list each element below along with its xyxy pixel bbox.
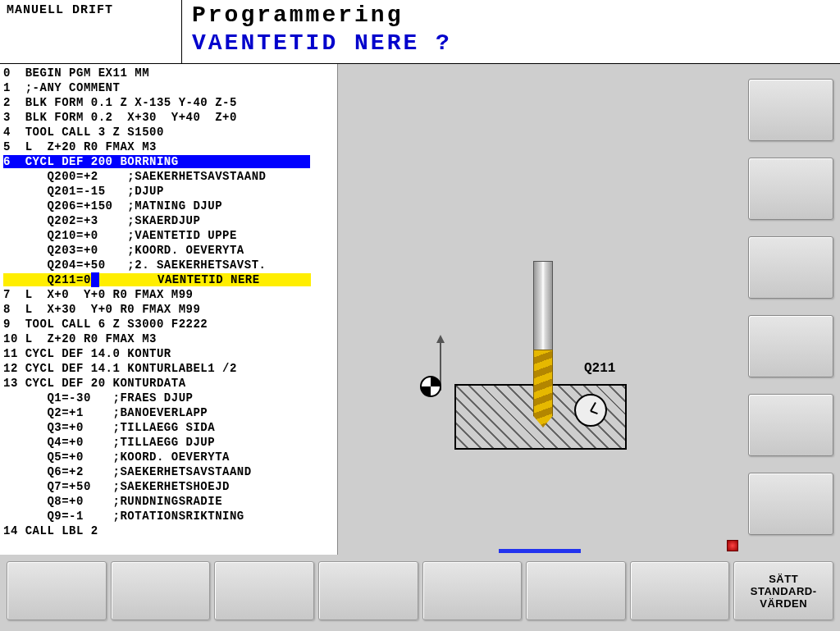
- program-line[interactable]: 5 L Z+20 R0 FMAX M3: [3, 139, 334, 154]
- program-line[interactable]: Q9=-1 ;ROTATIONSRIKTNING: [3, 509, 334, 524]
- parameter-prompt: VAENTETID NERE ?: [192, 30, 830, 57]
- header-bar: MANUELL DRIFT Programmering VAENTETID NE…: [0, 0, 840, 64]
- program-line[interactable]: Q206=+150 ;MATNING DJUP: [3, 199, 334, 213]
- side-softkey-1[interactable]: [748, 79, 833, 141]
- program-line[interactable]: 1 ;-ANY COMMENT: [3, 80, 334, 95]
- program-line[interactable]: 2 BLK FORM 0.1 Z X-135 Y-40 Z-5: [3, 95, 334, 110]
- title-area: Programmering VAENTETID NERE ?: [182, 0, 840, 63]
- screen-title: Programmering: [192, 2, 830, 30]
- dwell-clock-icon: [574, 394, 607, 427]
- program-line[interactable]: Q204=+50 ;2. SAEKERHETSAVST.: [3, 258, 334, 272]
- softkey-7[interactable]: [630, 561, 730, 620]
- program-line[interactable]: Q202=+3 ;SKAERDJUP: [3, 213, 334, 228]
- program-line[interactable]: Q200=+2 ;SAEKERHETSAVSTAAND: [3, 169, 334, 184]
- help-graphic-pane: Q211: [338, 64, 742, 555]
- program-line[interactable]: 11 CYCL DEF 14.0 KONTUR: [3, 346, 334, 361]
- softkey-6[interactable]: [526, 561, 626, 620]
- program-line[interactable]: Q210=+0 ;VAENTETID UPPE: [3, 228, 334, 243]
- side-softkey-5[interactable]: [748, 394, 833, 456]
- program-line[interactable]: Q8=+0 ;RUNDNINGSRADIE: [3, 494, 334, 509]
- program-line[interactable]: 8 L X+30 Y+0 R0 FMAX M99: [3, 302, 334, 317]
- program-line[interactable]: 14 CALL LBL 2: [3, 524, 334, 538]
- program-line[interactable]: 4 TOOL CALL 3 Z S1500: [3, 125, 334, 139]
- program-line[interactable]: Q203=+0 ;KOORD. OEVERYTA: [3, 243, 334, 258]
- program-line[interactable]: Q5=+0 ;KOORD. OEVERYTA: [3, 450, 334, 464]
- graphic-param-label: Q211: [584, 361, 615, 376]
- program-line[interactable]: Q211=0 VAENTETID NERE: [3, 272, 334, 287]
- softkey-5[interactable]: [422, 561, 523, 620]
- program-line[interactable]: Q1=-30 ;FRAES DJUP: [3, 391, 334, 405]
- program-line[interactable]: 7 L X+0 Y+0 R0 FMAX M99: [3, 287, 334, 302]
- drill-bit-icon: [533, 350, 553, 428]
- program-line[interactable]: 13 CYCL DEF 20 KONTURDATA: [3, 376, 334, 391]
- side-softkey-2[interactable]: [748, 158, 833, 220]
- side-softkey-column: [742, 64, 840, 555]
- program-line[interactable]: Q6=+2 ;SAEKERHETSAVSTAAND: [3, 464, 334, 479]
- program-line[interactable]: 12 CYCL DEF 14.1 KONTURLABEL1 /2: [3, 361, 334, 376]
- program-line[interactable]: 3 BLK FORM 0.2 X+30 Y+40 Z+0: [3, 110, 334, 125]
- softkey-1[interactable]: [7, 561, 107, 620]
- program-line[interactable]: Q3=+0 ;TILLAEGG SIDA: [3, 420, 334, 435]
- program-line[interactable]: Q2=+1 ;BANOEVERLAPP: [3, 405, 334, 420]
- side-softkey-4[interactable]: [748, 315, 833, 377]
- side-softkey-6[interactable]: [748, 473, 833, 535]
- side-softkey-3[interactable]: [748, 236, 833, 299]
- program-line[interactable]: Q4=+0 ;TILLAEGG DJUP: [3, 435, 334, 450]
- program-line[interactable]: 9 TOOL CALL 6 Z S3000 F2222: [3, 317, 334, 332]
- program-line[interactable]: 6 CYCL DEF 200 BORRNING: [3, 154, 334, 169]
- mode-display: MANUELL DRIFT: [0, 0, 182, 63]
- status-icon: [727, 540, 738, 551]
- main-area: 0 BEGIN PGM EX11 MM1 ;-ANY COMMENT2 BLK …: [0, 64, 840, 555]
- softkey-bar: SÄTT STANDARD- VÄRDEN: [0, 555, 840, 627]
- origin-icon: [420, 376, 441, 397]
- softkey-4[interactable]: [318, 561, 418, 620]
- program-line[interactable]: 0 BEGIN PGM EX11 MM: [3, 66, 334, 80]
- softkey-2[interactable]: [111, 561, 211, 620]
- program-line[interactable]: 10 L Z+20 R0 FMAX M3: [3, 332, 334, 346]
- softkey-3[interactable]: [214, 561, 314, 620]
- program-line[interactable]: Q201=-15 ;DJUP: [3, 184, 334, 199]
- softkey-set-standard-values[interactable]: SÄTT STANDARD- VÄRDEN: [733, 561, 833, 620]
- program-line[interactable]: Q7=+50 ;SAEKERHETSHOEJD: [3, 479, 334, 494]
- program-listing[interactable]: 0 BEGIN PGM EX11 MM1 ;-ANY COMMENT2 BLK …: [0, 64, 338, 555]
- tool-shank-icon: [533, 261, 553, 351]
- scroll-indicator: [499, 549, 581, 553]
